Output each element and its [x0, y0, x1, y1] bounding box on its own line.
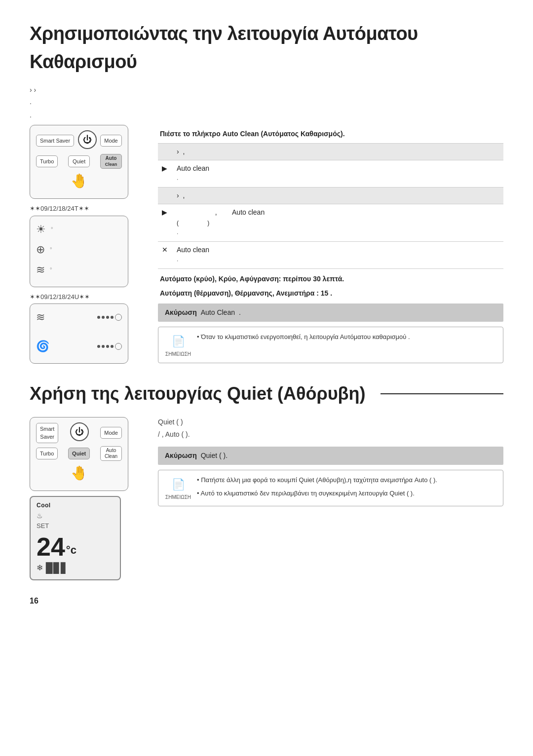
note-box-section2: 📄 ΣΗΜΕΙΩΣΗ • Πατήστε άλλη μια φορά το κο…	[158, 470, 503, 506]
note-label-s1: ΣΗΜΕΙΩΣΗ	[165, 350, 191, 358]
timing-info-1: Αυτόματο (κρύο), Κρύο, Αφύγρανση: περίπο…	[158, 274, 503, 284]
note-icon-area-s2: 📄 ΣΗΜΕΙΩΣΗ	[165, 475, 191, 501]
note-box-section1: 📄 ΣΗΜΕΙΩΣΗ • Όταν το κλιματιστικό ενεργο…	[158, 327, 503, 363]
quiet-quiet-btn[interactable]: Quiet	[68, 448, 90, 460]
timing-info-2: Αυτόματη (θέρμανση), Θέρμανσης, Ανεμιστή…	[158, 288, 503, 299]
step-x-5: ✕	[158, 242, 173, 269]
model-t-label: ✶✶09/12/18/24T✶✶	[30, 204, 143, 214]
quiet-btn[interactable]: Quiet	[68, 155, 90, 168]
quiet-intro-1: Quiet ( )	[158, 417, 503, 427]
quiet-intro-2: / , Auto ( ).	[158, 429, 503, 440]
note-text-s2-2: Αυτό το κλιματιστικό δεν περιλαμβάνει τη…	[201, 490, 415, 497]
section2: Χρήση της λειτουργίας Quiet (Αθόρυβη) Sm…	[30, 380, 503, 580]
set-text: SET	[37, 522, 49, 529]
quiet-mode-btn[interactable]: Mode	[100, 427, 122, 439]
step-arrow-1	[158, 144, 173, 160]
auto-label: Auto	[106, 155, 117, 161]
quiet-hand-icon: 🤚	[36, 463, 122, 484]
quiet-smart-saver-btn[interactable]: SmartSaver	[36, 423, 58, 443]
circle-dot-1: °	[51, 225, 53, 233]
intro-text-3: ·	[30, 112, 503, 122]
power-btn[interactable]: ⏻	[78, 130, 97, 149]
note-bullet-s2-1: •	[197, 476, 201, 484]
step-arrow-2: ▶	[158, 160, 173, 188]
display-temperature: 24 °c	[37, 534, 114, 560]
step-text-1: › ,	[173, 144, 503, 160]
note-doc-icon-s2: 📄	[172, 476, 185, 492]
circle-dot-3: °	[50, 265, 52, 274]
note-content-s1: • Όταν το κλιματιστικό ενεργοποιηθεί, η …	[197, 332, 410, 342]
step-row-2: ▶ Auto clean·	[158, 160, 503, 188]
smart-saver-btn[interactable]: Smart Saver	[36, 135, 74, 147]
page-number: 16	[30, 595, 503, 607]
cancel-bar-section2: Ακύρωση Quiet ( ).	[158, 447, 503, 465]
note-icon-area: 📄 ΣΗΜΕΙΩΣΗ	[165, 332, 191, 358]
quiet-power-btn[interactable]: ⏻	[70, 422, 89, 441]
mode-btn[interactable]: Mode	[100, 135, 122, 147]
timing-bold-1: Αυτόματο (κρύο), Κρύο, Αφύγρανση: περίπο…	[160, 275, 344, 283]
note-text-s1: Όταν το κλιματιστικό ενεργοποιηθεί, η λε…	[201, 333, 410, 340]
cancel-text-s2: Quiet ( ).	[201, 451, 228, 461]
circle-dot-2: °	[50, 245, 52, 254]
note-bullet-1: •	[197, 333, 199, 340]
temp-value: 24	[37, 534, 65, 560]
wave-icon: ≋	[36, 262, 45, 278]
hand-icon: 🤚	[36, 171, 122, 191]
cancel-label-s1: Ακύρωση	[165, 307, 197, 318]
model-u-label: ✶✶09/12/18/24U✶✶	[30, 292, 143, 302]
temp-unit: °c	[66, 545, 76, 556]
sun-icon: ☀	[36, 221, 46, 237]
quiet-turbo-btn[interactable]: Turbo	[36, 448, 58, 460]
fan-icon-u2: 🌀	[36, 338, 49, 354]
fan-icon-u1: ≋	[36, 309, 45, 325]
note-bullet-s2-2: •	[197, 490, 200, 497]
note-line-1: • Πατήστε άλλη μια φορά το κουμπί Quiet …	[197, 475, 437, 486]
step-arrow-4: ▶	[158, 204, 173, 242]
dot-line-1	[97, 314, 122, 321]
display-bottom-icons: ❄ ▉▊▋	[37, 561, 114, 575]
dot-line-2	[97, 343, 122, 350]
snowflake-icon: ❄	[37, 562, 43, 574]
display-set-label: SET	[37, 521, 114, 531]
step-text-3: › ,	[173, 188, 503, 204]
auto-btn[interactable]: Auto Clean	[100, 154, 122, 169]
step-text-5: Auto clean·	[173, 242, 503, 269]
steps-table: › , ▶ Auto clean· › , ▶ , Auto clean ( )…	[158, 143, 503, 269]
display-panel: Cool ♨ SET 24 °c ❄ ▉▊▋	[30, 496, 121, 580]
right-col-section1: Πιέστε το πλήκτρο Auto Clean (Αυτόματος …	[158, 125, 503, 366]
quiet-remote-box: SmartSaver ⏻ Mode Turbo Quiet AutoClean …	[30, 417, 128, 491]
step-text-2: Auto clean·	[173, 160, 503, 188]
section1-title: Χρησιμοποιώντας την λειτουργία Αυτόματου…	[30, 20, 503, 76]
auto-sub-label: Clean	[105, 162, 117, 167]
intro-text-2: ·	[30, 98, 503, 109]
cancel-suffix-s1: .	[239, 307, 241, 318]
step-row-5: ✕ Auto clean·	[158, 242, 503, 269]
display-fan-icon: ♨	[37, 511, 114, 521]
bar-chart-icon: ▉▊▋	[46, 561, 68, 575]
cancel-bar-section1: Ακύρωση Auto Clean .	[158, 303, 503, 322]
cancel-text-s1: Auto Clean	[201, 307, 235, 318]
step-row-4: ▶ , Auto clean ( ) ·	[158, 204, 503, 242]
section2-title-text: Χρήση της λειτουργίας Quiet (Αθόρυβη)	[30, 380, 366, 407]
quiet-auto-btn[interactable]: AutoClean	[100, 446, 122, 461]
timer-icon: ⊕	[36, 241, 45, 258]
remote-t-model: ☀ ° ⊕ ° ≋ °	[30, 216, 128, 287]
remote-control-box-main: Smart Saver ⏻ Mode Turbo Quiet Auto Clea…	[30, 125, 128, 199]
intro-text-1: › ›	[30, 85, 503, 95]
step-arrow-3	[158, 188, 173, 204]
step-text-4: , Auto clean ( ) ·	[173, 204, 503, 242]
section2-title: Χρήση της λειτουργίας Quiet (Αθόρυβη)	[30, 380, 503, 407]
note-line-2: • Αυτό το κλιματιστικό δεν περιλαμβάνει …	[197, 489, 437, 499]
step-row-3: › ,	[158, 188, 503, 204]
quiet-right-col: Quiet ( ) / , Auto ( ). Ακύρωση Quiet ( …	[158, 417, 503, 580]
note-label-s2: ΣΗΜΕΙΩΣΗ	[165, 493, 191, 501]
timing-bold-2: Αυτόματη (θέρμανση), Θέρμανσης, Ανεμιστή…	[160, 289, 332, 297]
note-doc-icon: 📄	[172, 333, 185, 349]
step-row-1: › ,	[158, 144, 503, 160]
left-col-section1: Smart Saver ⏻ Mode Turbo Quiet Auto Clea…	[30, 125, 143, 366]
press-instruction: Πιέστε το πλήκτρο Auto Clean (Αυτόματος …	[158, 129, 503, 139]
turbo-btn[interactable]: Turbo	[36, 155, 58, 168]
remote-u-model: ≋ 🌀	[30, 303, 128, 364]
quiet-layout: SmartSaver ⏻ Mode Turbo Quiet AutoClean …	[30, 417, 503, 580]
display-mode: Cool	[37, 501, 114, 510]
